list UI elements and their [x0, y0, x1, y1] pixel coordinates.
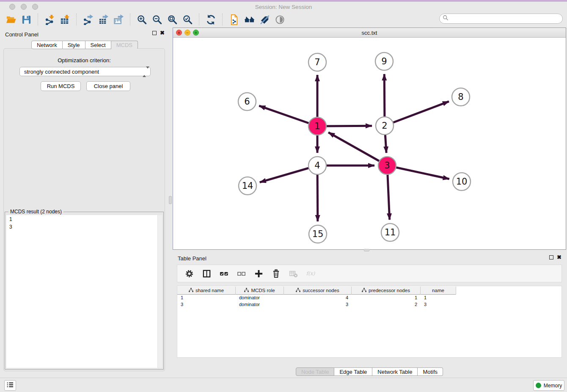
graph-edge-2-8[interactable] — [385, 102, 449, 126]
show-graphics-details-icon[interactable] — [273, 14, 286, 25]
svg-text:f(x): f(x) — [306, 271, 316, 276]
column-label: shared name — [195, 288, 224, 293]
search-box[interactable] — [439, 14, 563, 24]
graph-node-label-2: 2 — [382, 121, 387, 131]
mcds-result-box[interactable]: 1 3 — [6, 215, 162, 368]
control-panel-tabs: NetworkStyleSelectMCDS — [0, 41, 169, 49]
tab-style[interactable]: Style — [63, 41, 85, 49]
list-icon — [6, 381, 14, 390]
home-icon[interactable] — [243, 14, 256, 25]
criterion-value: strongly connected component — [24, 69, 99, 75]
function-builder-icon: f(x) — [306, 268, 316, 279]
float-panel-icon[interactable] — [152, 31, 157, 35]
tab-select[interactable]: Select — [85, 41, 111, 49]
column-header-successor-nodes[interactable]: successor nodes — [284, 287, 352, 295]
table-panel-title: Table Panel — [178, 254, 206, 262]
network-canvas[interactable]: 7968124314101511 — [173, 38, 566, 249]
deselect-all-icon[interactable] — [236, 268, 246, 279]
zoom-fit-icon[interactable] — [166, 14, 179, 25]
table-cell[interactable]: 1 — [352, 295, 421, 301]
table-float-icon[interactable] — [549, 255, 553, 259]
show-hide-columns-icon[interactable] — [201, 268, 212, 279]
table-cell[interactable]: 4 — [284, 295, 352, 301]
table-cell[interactable]: 1 — [177, 295, 236, 301]
search-input[interactable] — [450, 16, 556, 22]
table-cell[interactable]: 1 — [421, 295, 456, 301]
hide-labels-icon[interactable] — [258, 14, 271, 25]
save-session-icon[interactable] — [20, 14, 33, 25]
task-history-button[interactable] — [4, 380, 16, 391]
tab-edge-table[interactable]: Edge Table — [334, 367, 372, 376]
mcds-panel: Optimization criterion: strongly connect… — [3, 48, 165, 371]
graph-edge-3-10[interactable] — [387, 166, 449, 179]
close-panel-button[interactable]: Close panel — [86, 81, 130, 91]
column-header-MCDS-role[interactable]: MCDS role — [236, 287, 284, 295]
network-title: scc.txt — [173, 30, 566, 36]
graph-node-label-3: 3 — [384, 160, 390, 171]
search-icon — [443, 15, 449, 22]
table-close-icon[interactable]: ✖ — [557, 255, 561, 260]
export-image-icon[interactable] — [112, 14, 125, 25]
run-mcds-button[interactable]: Run MCDS — [41, 81, 81, 91]
table-panel: Table Panel ✖ f(x) shared nameMCDS roles… — [173, 252, 566, 375]
table-cell[interactable]: 3 — [421, 301, 456, 308]
new-network-from-file-icon[interactable] — [228, 14, 240, 25]
tab-node-table[interactable]: Node Table — [296, 367, 335, 376]
table-cell[interactable]: dominator — [236, 295, 284, 301]
mcds-result-title: MCDS result (2 nodes) — [8, 209, 63, 215]
tab-network[interactable]: Network — [31, 41, 63, 49]
column-header-predecessor-nodes[interactable]: predecessor nodes — [352, 287, 421, 295]
table-cell[interactable]: 2 — [352, 301, 421, 308]
zoom-selected-icon[interactable] — [181, 14, 194, 25]
horizontal-splitter-handle[interactable] — [364, 249, 369, 251]
export-table-icon[interactable] — [97, 14, 110, 25]
delete-table-icon — [288, 268, 298, 279]
memory-status-icon — [536, 383, 541, 388]
tree-icon — [296, 288, 300, 293]
zoom-out-icon[interactable] — [151, 14, 163, 25]
select-stepper-icon — [143, 69, 147, 75]
delete-column-icon[interactable] — [271, 268, 281, 279]
tab-mcds[interactable]: MCDS — [111, 41, 138, 49]
table-row[interactable]: 1dominator411 — [177, 295, 561, 301]
vertical-splitter-handle[interactable] — [169, 196, 172, 204]
criterion-select[interactable]: strongly connected component — [19, 67, 151, 76]
column-header-name[interactable]: name — [421, 287, 456, 295]
open-session-icon[interactable] — [5, 14, 17, 25]
create-column-icon[interactable] — [253, 268, 264, 279]
tree-icon — [189, 288, 193, 293]
export-network-icon[interactable] — [82, 14, 94, 25]
import-table-icon[interactable] — [58, 14, 71, 25]
table-mode-gear-icon[interactable] — [184, 268, 194, 279]
result-scrollbar[interactable] — [157, 215, 162, 368]
table-cell[interactable]: 3 — [284, 301, 352, 308]
tree-icon — [244, 288, 249, 293]
memory-button[interactable]: Memory — [533, 380, 564, 391]
refresh-icon[interactable] — [204, 14, 217, 25]
close-panel-icon[interactable]: ✖ — [160, 30, 165, 36]
select-all-icon[interactable] — [219, 268, 229, 279]
main-titlebar: Session: New Session — [0, 2, 567, 12]
optimization-criterion-label: Optimization criterion: — [4, 57, 165, 63]
status-bar: Memory — [0, 378, 567, 392]
tab-motifs[interactable]: Motifs — [418, 367, 443, 376]
table-toolbar: f(x) — [177, 265, 562, 282]
tab-network-table[interactable]: Network Table — [372, 367, 418, 376]
table-cell[interactable]: dominator — [236, 301, 284, 308]
table-header-row: shared nameMCDS rolesuccessor nodesprede… — [177, 287, 456, 295]
mcds-result-group: MCDS result (2 nodes) 1 3 — [5, 212, 164, 370]
memory-label: Memory — [544, 383, 562, 389]
import-network-icon[interactable] — [43, 14, 56, 25]
column-label: predecessor nodes — [369, 288, 410, 293]
table-cell[interactable]: 3 — [177, 301, 236, 308]
control-panel: Control Panel ✖ NetworkStyleSelectMCDS O… — [0, 28, 169, 376]
graph-node-label-10: 10 — [456, 177, 468, 187]
graph-node-label-8: 8 — [458, 92, 463, 102]
table-row[interactable]: 3dominator323 — [177, 301, 561, 308]
column-header-shared-name[interactable]: shared name — [177, 287, 236, 295]
toolbar-separator — [76, 14, 77, 25]
zoom-in-icon[interactable] — [135, 14, 148, 25]
graph-node-label-14: 14 — [242, 181, 253, 191]
graph-edge-3-1[interactable] — [328, 133, 387, 166]
graph-node-label-1: 1 — [314, 121, 320, 131]
